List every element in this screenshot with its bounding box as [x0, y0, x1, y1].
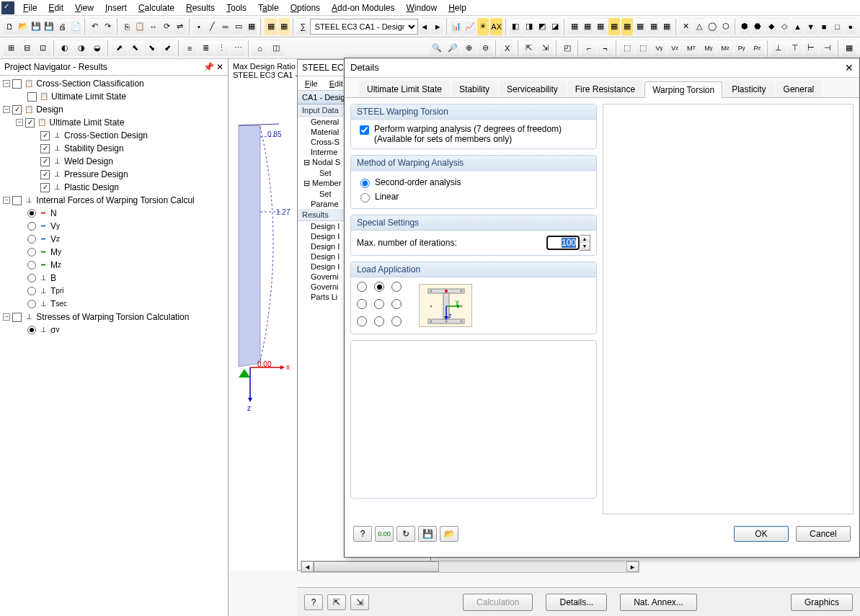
- tb2-f2-icon[interactable]: 🔎: [445, 40, 460, 57]
- tb-save-icon[interactable]: 💾: [30, 18, 42, 35]
- tb-member-icon[interactable]: ═: [219, 18, 231, 35]
- tb2-a2-icon[interactable]: ⊟: [19, 40, 34, 57]
- tree-node-csc-uls[interactable]: 📋Ultimate Limit State: [0, 90, 228, 103]
- dlg-units-icon[interactable]: 0.00: [375, 526, 394, 542]
- tb-line-icon[interactable]: ╱: [206, 18, 218, 35]
- dlg-reset-icon[interactable]: ↻: [396, 526, 415, 542]
- tb2-mz-icon[interactable]: Mz: [717, 40, 732, 57]
- tb2-c3-icon[interactable]: ⬊: [144, 40, 159, 57]
- tb-paste-icon[interactable]: 📋: [134, 18, 146, 35]
- tb-f5-icon[interactable]: ▲: [792, 18, 803, 35]
- cancel-button[interactable]: Cancel: [796, 526, 851, 542]
- menu-window[interactable]: Window: [400, 1, 443, 14]
- spin-up-icon[interactable]: ▲: [580, 236, 590, 243]
- tb2-d4-icon[interactable]: ⋯: [231, 40, 245, 57]
- menu-file[interactable]: File: [17, 1, 43, 14]
- tb2-my-icon[interactable]: My: [701, 40, 716, 57]
- tb-d8-icon[interactable]: ▦: [661, 18, 673, 35]
- menu-results[interactable]: Results: [180, 1, 221, 14]
- tb2-pz-icon[interactable]: Pz: [750, 40, 764, 57]
- tb-results3-icon[interactable]: ☀: [477, 18, 489, 35]
- tb-undo-icon[interactable]: ↶: [89, 18, 100, 35]
- menu-calculate[interactable]: Calculate: [133, 1, 180, 14]
- radio-linear[interactable]: Linear: [357, 189, 590, 204]
- tb-print-icon[interactable]: 🖨: [56, 18, 68, 35]
- load-pos-mc[interactable]: [374, 299, 384, 309]
- tb-e3-icon[interactable]: ◯: [706, 18, 718, 35]
- tb-f7-icon[interactable]: ■: [818, 18, 830, 35]
- spin-down-icon[interactable]: ▼: [580, 243, 590, 250]
- tab-plasticity[interactable]: Plasticity: [724, 81, 773, 97]
- tb-calc-icon[interactable]: ∑: [297, 18, 309, 35]
- tb2-b2-icon[interactable]: ◑: [74, 40, 89, 57]
- tb-results2-icon[interactable]: 📈: [464, 18, 476, 35]
- tree-node-tpri[interactable]: ⊥Tpri: [0, 285, 228, 298]
- tree-node-mz[interactable]: ━Mz: [0, 259, 228, 272]
- perform-warping-checkbox[interactable]: Perform warping analysis (7 degrees of f…: [357, 124, 562, 144]
- tb-f8-icon[interactable]: □: [831, 18, 843, 35]
- tree-node-pressure-design[interactable]: ⊥Pressure Design: [0, 168, 228, 181]
- tb-e1-icon[interactable]: ✕: [680, 18, 691, 35]
- tb2-a3-icon[interactable]: ⊡: [36, 40, 50, 57]
- tb2-c2-icon[interactable]: ⬉: [128, 40, 143, 57]
- tb2-b1-icon[interactable]: ◐: [58, 40, 72, 57]
- max-iter-spinner[interactable]: ▲▼: [546, 235, 590, 251]
- tab-serviceability[interactable]: Serviceability: [499, 81, 566, 97]
- tb-rotate-icon[interactable]: ⟳: [161, 18, 172, 35]
- tb2-l2-icon[interactable]: ⊤: [788, 40, 802, 57]
- tb-next-icon[interactable]: ►: [432, 18, 443, 35]
- tb-f6-icon[interactable]: ▼: [805, 18, 817, 35]
- tb-table1-icon[interactable]: ▦: [265, 18, 276, 35]
- menu-help[interactable]: Help: [443, 1, 472, 14]
- tree-node-my[interactable]: ━My: [0, 246, 228, 259]
- tb2-c4-icon[interactable]: ⬋: [161, 40, 175, 57]
- tb-results4-icon[interactable]: AX: [490, 18, 502, 35]
- tb2-l3-icon[interactable]: ⊢: [804, 40, 818, 57]
- tb2-l1-icon[interactable]: ⊥: [771, 40, 786, 57]
- tb-e4-icon[interactable]: ⬡: [719, 18, 731, 35]
- tb2-mt-icon[interactable]: MT: [683, 40, 699, 57]
- module-combo[interactable]: STEEL EC3 CA1 - Design of: [310, 19, 418, 35]
- tb-d5-icon[interactable]: ▦: [621, 18, 633, 35]
- tb2-k2-icon[interactable]: ⬚: [636, 40, 650, 57]
- tb2-c1-icon[interactable]: ⬈: [112, 40, 126, 57]
- load-pos-ml[interactable]: [357, 299, 367, 309]
- menu-tools[interactable]: Tools: [221, 1, 252, 14]
- tb-f9-icon[interactable]: ●: [845, 18, 856, 35]
- nat-annex-button[interactable]: Nat. Annex...: [620, 594, 697, 611]
- tb-v1-icon[interactable]: ◧: [510, 18, 521, 35]
- tab-stability[interactable]: Stability: [451, 81, 497, 97]
- load-pos-bl[interactable]: [357, 316, 367, 326]
- horizontal-scrollbar[interactable]: ◄►: [301, 561, 639, 573]
- tree-node-vy[interactable]: ━Vy: [0, 220, 228, 233]
- tb-saveall-icon[interactable]: 💾: [43, 18, 55, 35]
- menu-addon[interactable]: Add-on Modules: [326, 1, 400, 14]
- tree-node-sigmav[interactable]: ⊥σv: [0, 323, 228, 336]
- tree-node-internal-forces[interactable]: − ⊥Internal Forces of Warping Torsion Ca…: [0, 194, 228, 207]
- tb-v4-icon[interactable]: ◪: [549, 18, 561, 35]
- tb2-vz-icon[interactable]: Vz: [668, 40, 682, 57]
- tb-d7-icon[interactable]: ▦: [648, 18, 660, 35]
- tb2-a1-icon[interactable]: ⊞: [4, 40, 18, 57]
- tb2-f3-icon[interactable]: ⊕: [462, 40, 476, 57]
- tree-node-plastic-design[interactable]: ⊥Plastic Design: [0, 181, 228, 194]
- tree-node-design-uls[interactable]: − 📋Ultimate Limit State: [0, 116, 228, 129]
- tb-redo-icon[interactable]: ↷: [102, 18, 114, 35]
- tb2-e1-icon[interactable]: ⌂: [252, 40, 267, 57]
- tb-surface-icon[interactable]: ▭: [233, 18, 244, 35]
- tb-mirror-icon[interactable]: ⇌: [174, 18, 185, 35]
- dlg-save-icon[interactable]: 💾: [418, 526, 437, 542]
- tree-node-design[interactable]: − 📋Design: [0, 103, 228, 116]
- load-pos-br[interactable]: [391, 316, 402, 326]
- tb2-vy-icon[interactable]: Vy: [652, 40, 667, 57]
- tree-node-tsec[interactable]: ⊥Tsec: [0, 298, 228, 311]
- tb-move-icon[interactable]: ↔: [148, 18, 159, 35]
- load-pos-tl[interactable]: [357, 282, 367, 292]
- tb-d4-icon[interactable]: ▦: [608, 18, 620, 35]
- tb-copy-icon[interactable]: ⎘: [121, 18, 133, 35]
- tb-d2-icon[interactable]: ▦: [582, 18, 593, 35]
- tb-f4-icon[interactable]: ◇: [779, 18, 790, 35]
- menu-table[interactable]: Table: [252, 1, 285, 14]
- tb2-h2-icon[interactable]: ⇲: [538, 40, 552, 57]
- help-button[interactable]: ?: [304, 594, 323, 610]
